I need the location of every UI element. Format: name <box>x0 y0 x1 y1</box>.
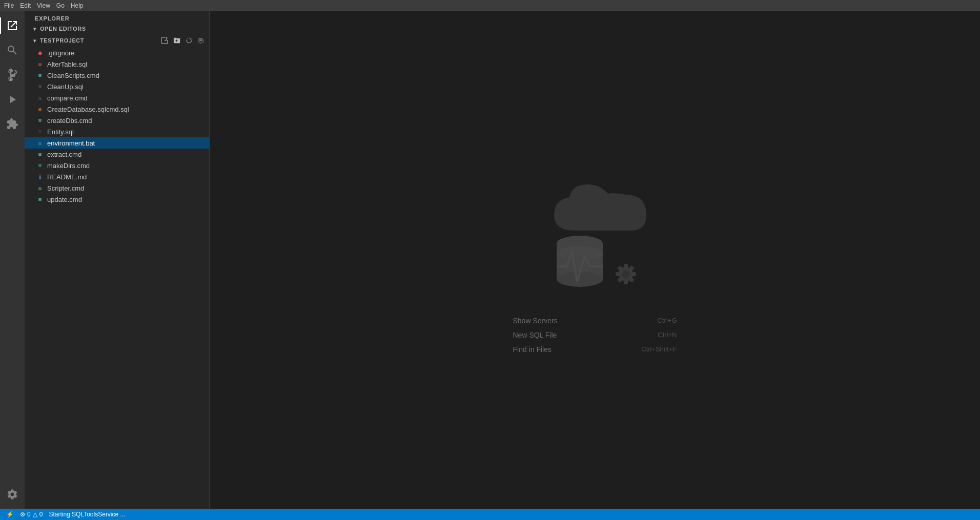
settings-activity-icon[interactable] <box>0 482 25 507</box>
file-item[interactable]: ≡ makeDirs.cmd <box>25 160 209 171</box>
file-item[interactable]: ≡ environment.bat <box>25 137 209 149</box>
debug-activity-icon[interactable] <box>0 87 25 112</box>
file-item[interactable]: ≡ CleanScripts.cmd <box>25 70 209 81</box>
file-item[interactable]: ≡ AlterTable.sql <box>25 58 209 70</box>
menu-view[interactable]: View <box>37 2 50 9</box>
warnings-count: 0 <box>39 511 43 518</box>
menu-help[interactable]: Help <box>71 2 84 9</box>
show-servers-action[interactable]: Show Servers Ctrl+G <box>513 314 677 328</box>
file-item[interactable]: ≡ Entity.sql <box>25 126 209 137</box>
titlebar: File Edit View Go Help <box>0 0 980 11</box>
file-type-icon: ≡ <box>36 161 44 170</box>
new-sql-file-label[interactable]: New SQL File <box>513 331 557 339</box>
errors-count: 0 <box>27 511 31 518</box>
collapse-all-button[interactable] <box>196 35 207 46</box>
editor-area: Show Servers Ctrl+G New SQL File Ctrl+N … <box>210 11 980 509</box>
testproject-section[interactable]: ▾ TESTPROJECT <box>25 34 209 47</box>
svg-point-4 <box>557 256 603 272</box>
new-sql-file-shortcut: Ctrl+N <box>658 331 677 339</box>
activitybar-bottom <box>0 482 25 509</box>
file-type-icon: ≡ <box>36 128 44 136</box>
menu-edit[interactable]: Edit <box>20 2 31 9</box>
file-type-icon: ◆ <box>36 49 44 57</box>
extensions-activity-icon[interactable] <box>0 112 25 136</box>
menu-go[interactable]: Go <box>56 2 65 9</box>
file-name-label: makeDirs.cmd <box>47 162 90 170</box>
file-name-label: compare.cmd <box>47 94 88 102</box>
find-in-files-shortcut: Ctrl+Shift+F <box>641 345 677 353</box>
explorer-activity-icon[interactable] <box>0 13 25 38</box>
file-name-label: environment.bat <box>47 139 95 147</box>
new-sql-file-action[interactable]: New SQL File Ctrl+N <box>513 328 677 342</box>
file-name-label: extract.cmd <box>47 151 81 158</box>
file-type-icon: ≡ <box>36 116 44 124</box>
welcome-container: Show Servers Ctrl+G New SQL File Ctrl+N … <box>513 164 677 357</box>
welcome-illustration <box>528 164 662 297</box>
refresh-button[interactable] <box>183 35 195 46</box>
file-item[interactable]: ≡ Scripter.cmd <box>25 182 209 194</box>
find-in-files-action[interactable]: Find in Files Ctrl+Shift+F <box>513 342 677 357</box>
file-name-label: Scripter.cmd <box>47 184 84 192</box>
file-item[interactable]: ≡ CreateDatabase.sqlcmd.sql <box>25 103 209 115</box>
file-item[interactable]: ≡ CleanUp.sql <box>25 81 209 92</box>
file-name-label: createDbs.cmd <box>47 117 92 124</box>
menu-file[interactable]: File <box>4 2 14 9</box>
svg-rect-11 <box>624 279 628 284</box>
file-item[interactable]: ≡ compare.cmd <box>25 92 209 103</box>
show-servers-shortcut: Ctrl+G <box>658 317 677 324</box>
file-item[interactable]: ℹ README.md <box>25 171 209 182</box>
file-type-icon: ≡ <box>36 139 44 147</box>
testproject-label: TESTPROJECT <box>40 37 84 44</box>
file-type-icon: ≡ <box>36 82 44 91</box>
file-type-icon: ≡ <box>36 94 44 102</box>
remote-status[interactable]: ⚡ <box>4 511 16 518</box>
file-name-label: CleanUp.sql <box>47 83 84 91</box>
statusbar: ⚡ ⊗ 0 △ 0 Starting SQLToolsService ... <box>0 509 980 520</box>
search-activity-icon[interactable] <box>0 38 25 63</box>
file-name-label: AlterTable.sql <box>47 60 87 68</box>
open-editors-section[interactable]: ▾ OPEN EDITORS <box>25 24 209 34</box>
sidebar-title: EXPLORER <box>25 11 209 24</box>
file-type-icon: ≡ <box>36 60 44 68</box>
file-item[interactable]: ◆ .gitignore <box>25 47 209 58</box>
source-control-activity-icon[interactable] <box>0 63 25 87</box>
file-item[interactable]: ≡ update.cmd <box>25 194 209 205</box>
file-name-label: CreateDatabase.sqlcmd.sql <box>47 106 129 113</box>
file-name-label: update.cmd <box>47 196 82 203</box>
new-file-button[interactable] <box>159 35 170 46</box>
find-in-files-label[interactable]: Find in Files <box>513 345 552 353</box>
file-type-icon: ≡ <box>36 105 44 113</box>
file-name-label: CleanScripts.cmd <box>47 72 99 79</box>
svg-rect-7 <box>624 264 628 269</box>
show-servers-label[interactable]: Show Servers <box>513 317 558 325</box>
file-name-label: .gitignore <box>47 49 74 57</box>
file-name-label: Entity.sql <box>47 128 74 136</box>
file-list: ◆ .gitignore ≡ AlterTable.sql ≡ CleanScr… <box>25 47 209 205</box>
sidebar: EXPLORER ▾ OPEN EDITORS ▾ TESTPROJECT <box>25 11 209 509</box>
file-type-icon: ≡ <box>36 71 44 79</box>
remote-icon: ⚡ <box>6 511 14 518</box>
svg-rect-9 <box>631 272 636 276</box>
status-text: Starting SQLToolsService ... <box>49 511 125 518</box>
file-item[interactable]: ≡ extract.cmd <box>25 149 209 160</box>
file-item[interactable]: ≡ createDbs.cmd <box>25 115 209 126</box>
warning-icon: △ <box>33 511 37 518</box>
file-type-icon: ≡ <box>36 150 44 158</box>
main-layout: EXPLORER ▾ OPEN EDITORS ▾ TESTPROJECT <box>0 11 980 509</box>
errors-status[interactable]: ⊗ 0 △ 0 <box>18 511 45 518</box>
file-name-label: README.md <box>47 173 87 181</box>
statusbar-left: ⚡ ⊗ 0 △ 0 Starting SQLToolsService ... <box>4 511 128 518</box>
testproject-chevron: ▾ <box>31 36 39 45</box>
testproject-toolbar <box>159 35 209 46</box>
svg-point-6 <box>622 270 630 278</box>
open-editors-label: OPEN EDITORS <box>40 26 86 32</box>
status-message: Starting SQLToolsService ... <box>47 511 127 518</box>
file-type-icon: ≡ <box>36 195 44 203</box>
file-type-icon: ℹ <box>36 173 44 181</box>
file-type-icon: ≡ <box>36 184 44 192</box>
error-icon: ⊗ <box>20 511 25 518</box>
open-editors-chevron: ▾ <box>31 25 39 33</box>
activitybar <box>0 11 25 509</box>
new-folder-button[interactable] <box>171 35 182 46</box>
svg-rect-13 <box>616 272 621 276</box>
